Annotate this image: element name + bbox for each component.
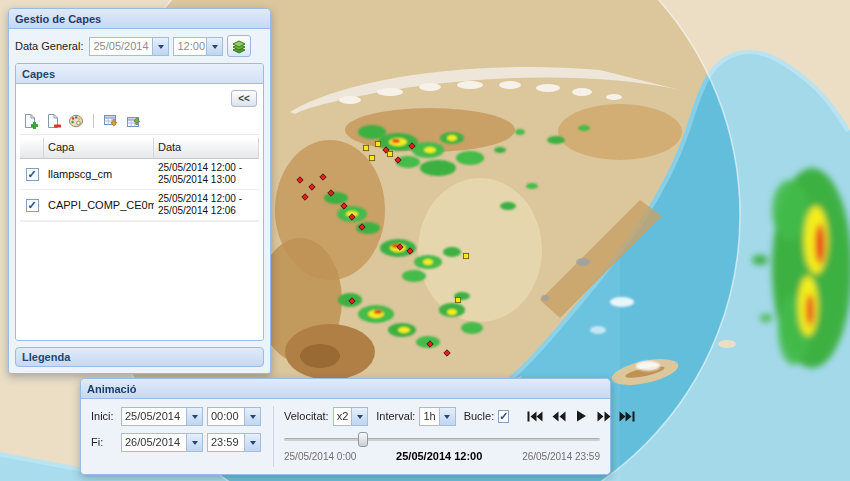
data-general-label: Data General: <box>15 40 83 52</box>
save-layer-table-button[interactable] <box>124 111 144 131</box>
column-header-checkbox[interactable] <box>20 138 44 159</box>
velocitat-value: x2 <box>334 408 352 425</box>
layers-grid: Capa Data ✓ llampscg_cm 25/05/201 <box>20 138 259 222</box>
apply-date-to-layers-button[interactable] <box>227 35 251 57</box>
grid-header-row: Capa Data <box>20 138 259 159</box>
fi-label: Fi: <box>91 436 121 448</box>
fi-date-combo[interactable]: 26/05/2014 <box>121 433 203 452</box>
chevron-down-icon[interactable] <box>206 38 222 55</box>
step-backward-icon <box>551 411 566 422</box>
inici-label: Inici: <box>91 410 121 422</box>
fi-time-combo[interactable]: 23:59 <box>207 433 261 452</box>
chevron-down-icon[interactable] <box>244 408 260 425</box>
green-layers-icon <box>231 38 247 54</box>
capes-toolbar <box>20 111 259 135</box>
table-arrow-up-icon <box>126 113 142 129</box>
velocitat-label: Velocitat: <box>284 410 329 422</box>
chevron-down-icon[interactable] <box>186 434 202 451</box>
general-time-combo[interactable]: 12:00 <box>173 37 223 56</box>
play-icon <box>575 410 587 422</box>
load-layer-table-button[interactable] <box>101 111 121 131</box>
general-date-value: 25/05/2014 <box>90 38 152 55</box>
app: Gestio de Capes Data General: 25/05/2014… <box>0 0 850 481</box>
capes-panel-header[interactable]: Capes <box>16 64 263 84</box>
layer-name: CAPPI_COMP_CE0m <box>44 196 154 214</box>
capes-body: << <box>16 84 263 340</box>
chevron-down-icon[interactable] <box>244 434 260 451</box>
step-forward-button[interactable] <box>594 406 614 426</box>
chevron-down-icon[interactable] <box>186 408 202 425</box>
table-row[interactable]: ✓ CAPPI_COMP_CE0m 25/05/2014 12:00 - 25/… <box>20 190 259 221</box>
animation-panel-title: Animació <box>87 383 137 395</box>
chevron-down-icon[interactable] <box>152 38 168 55</box>
capes-panel: Capes << <box>15 63 264 341</box>
page-minus-icon <box>45 113 61 129</box>
skip-to-end-button[interactable] <box>617 406 637 426</box>
layer-style-button[interactable] <box>66 111 86 131</box>
playback-controls-row: Velocitat: x2 Interval: 1h Bucle: ✓ <box>284 406 600 426</box>
inici-time-value: 00:00 <box>208 408 244 425</box>
inici-date-combo[interactable]: 25/05/2014 <box>121 407 203 426</box>
chevron-down-icon[interactable] <box>439 408 455 425</box>
general-time-value: 12:00 <box>174 38 206 55</box>
layer-name: llampscg_cm <box>44 165 154 183</box>
check-icon: ✓ <box>499 411 508 421</box>
velocitat-combo[interactable]: x2 <box>333 407 369 426</box>
animation-panel: Animació Inici: 25/05/2014 00:00 Fi: <box>80 378 611 475</box>
interval-label: Interval: <box>376 410 415 422</box>
remove-layer-button[interactable] <box>43 111 63 131</box>
play-button[interactable] <box>571 406 591 426</box>
layers-panel-title: Gestio de Capes <box>15 13 101 25</box>
legend-panel-header[interactable]: Llegenda <box>15 347 264 367</box>
general-date-combo[interactable]: 25/05/2014 <box>89 37 169 56</box>
column-header-data[interactable]: Data <box>154 138 259 159</box>
collapse-panel-button[interactable]: << <box>231 90 257 107</box>
timeline-start-label: 25/05/2014 0:00 <box>284 451 356 462</box>
add-layer-button[interactable] <box>20 111 40 131</box>
skip-to-start-button[interactable] <box>525 406 545 426</box>
layer-date-range: 25/05/2014 12:00 - 25/05/2014 12:06 <box>154 190 259 220</box>
timeline-labels: 25/05/2014 0:00 25/05/2014 12:00 26/05/2… <box>284 450 600 462</box>
palette-icon <box>68 113 84 129</box>
playback-buttons <box>525 406 637 426</box>
timeline-slider-track[interactable] <box>284 438 600 441</box>
legend-title: Llegenda <box>22 351 70 363</box>
fi-date-value: 26/05/2014 <box>122 434 186 451</box>
step-backward-button[interactable] <box>548 406 568 426</box>
animation-panel-header[interactable]: Animació <box>81 379 610 399</box>
check-icon: ✓ <box>27 169 36 179</box>
timeline-slider[interactable] <box>284 432 600 447</box>
vertical-separator <box>273 406 274 467</box>
capes-title: Capes <box>22 68 55 80</box>
skip-to-end-icon <box>619 411 635 422</box>
toolbar-separator <box>93 114 94 128</box>
layer-date-range: 25/05/2014 12:00 - 25/05/2014 13:00 <box>154 159 259 189</box>
range-fields: Inici: 25/05/2014 00:00 Fi: 26/05/2014 <box>91 406 263 467</box>
data-general-row: Data General: 25/05/2014 12:00 <box>15 35 264 57</box>
animation-body: Inici: 25/05/2014 00:00 Fi: 26/05/2014 <box>81 399 610 474</box>
layers-panel: Gestio de Capes Data General: 25/05/2014… <box>8 8 271 374</box>
check-icon: ✓ <box>27 200 36 210</box>
interval-combo[interactable]: 1h <box>419 407 455 426</box>
table-row[interactable]: ✓ llampscg_cm 25/05/2014 12:00 - 25/05/2… <box>20 159 259 190</box>
timeline-current-label: 25/05/2014 12:00 <box>396 450 482 462</box>
column-header-capa[interactable]: Capa <box>44 138 154 159</box>
layer-visibility-checkbox[interactable]: ✓ <box>26 199 39 212</box>
table-arrow-down-icon <box>103 113 119 129</box>
fi-time-value: 23:59 <box>208 434 244 451</box>
step-forward-icon <box>597 411 612 422</box>
page-plus-icon <box>22 113 38 129</box>
chevron-down-icon[interactable] <box>351 408 367 425</box>
playback-section: Velocitat: x2 Interval: 1h Bucle: ✓ <box>284 406 600 467</box>
skip-to-start-icon <box>527 411 543 422</box>
layer-visibility-checkbox[interactable]: ✓ <box>26 168 39 181</box>
layers-panel-header[interactable]: Gestio de Capes <box>9 9 270 29</box>
bucle-checkbox[interactable]: ✓ <box>498 410 509 423</box>
timeline-end-label: 26/05/2014 23:59 <box>522 451 600 462</box>
bucle-label: Bucle: <box>464 410 495 422</box>
inici-time-combo[interactable]: 00:00 <box>207 407 261 426</box>
timeline-slider-handle[interactable] <box>358 432 368 447</box>
inici-date-value: 25/05/2014 <box>122 408 186 425</box>
interval-value: 1h <box>420 408 438 425</box>
